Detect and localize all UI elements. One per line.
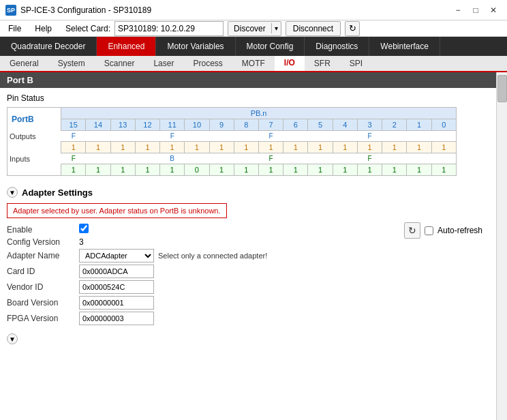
tab-general[interactable]: General — [0, 56, 48, 71]
file-menu[interactable]: File — [3, 22, 27, 35]
tab-spi[interactable]: SPI — [340, 56, 372, 71]
in-flag-9 — [209, 153, 234, 164]
pbn-header: PB.n — [61, 108, 457, 119]
auto-refresh-button[interactable]: ↻ — [404, 222, 420, 239]
out-val-2[interactable]: 1 — [382, 142, 407, 153]
tab-motf[interactable]: MOTF — [232, 56, 275, 71]
pin-14: 14 — [86, 119, 110, 131]
out-flag-10 — [185, 131, 209, 142]
discover-label: Discover — [228, 22, 271, 35]
refresh-button[interactable]: ↻ — [345, 21, 360, 36]
out-val-12[interactable]: 1 — [135, 142, 159, 153]
tab-enhanced[interactable]: Enhanced — [97, 37, 156, 56]
fpga-version-label: FPGA Version — [7, 314, 75, 323]
nav-tabs-row1: Quadrature Decoder Enhanced Motor Variab… — [0, 37, 507, 56]
discover-button[interactable]: Discover ▾ — [228, 21, 281, 36]
tab-io[interactable]: I/O — [275, 56, 305, 71]
out-val-3[interactable]: 1 — [357, 142, 382, 153]
out-flag-0 — [431, 131, 456, 142]
collapse-icon[interactable]: ▼ — [7, 187, 18, 198]
in-flag-3: F — [357, 153, 382, 164]
in-flag-12 — [135, 153, 159, 164]
pin-10: 10 — [185, 119, 209, 131]
out-val-6[interactable]: 1 — [283, 142, 308, 153]
inputs-label: Inputs — [7, 153, 61, 164]
out-val-4[interactable]: 1 — [333, 142, 357, 153]
out-flag-7: F — [259, 131, 283, 142]
enable-checkbox[interactable] — [79, 224, 89, 233]
out-val-7[interactable]: 1 — [259, 142, 283, 153]
out-val-9[interactable]: 1 — [209, 142, 234, 153]
maximize-button[interactable]: □ — [467, 3, 484, 17]
tab-process[interactable]: Process — [183, 56, 232, 71]
out-val-1[interactable]: 1 — [407, 142, 431, 153]
card-id-label: Card ID — [7, 267, 75, 276]
pin-7: 7 — [259, 119, 283, 131]
nav-tabs-row2: General System Scanner Laser Process MOT… — [0, 56, 507, 72]
out-val-10[interactable]: 1 — [185, 142, 209, 153]
pin-3: 3 — [357, 119, 382, 131]
config-version-label: Config Version — [7, 237, 75, 247]
in-val-11: 1 — [160, 164, 185, 176]
tab-diagnostics[interactable]: Diagnostics — [305, 37, 369, 56]
pin-5: 5 — [308, 119, 333, 131]
fpga-version-input[interactable] — [79, 312, 154, 325]
close-button[interactable]: ✕ — [485, 3, 502, 17]
out-val-0[interactable]: 1 — [431, 142, 456, 153]
out-flag-12 — [135, 131, 159, 142]
in-val-6: 1 — [283, 164, 308, 176]
out-val-5[interactable]: 1 — [308, 142, 333, 153]
title-bar: SP SP-ICE-3 Configuration - SP310189 − □… — [0, 0, 507, 20]
out-val-13[interactable]: 1 — [110, 142, 135, 153]
adapter-name-row: ADCAdapter Select only a connected adapt… — [79, 249, 489, 262]
scrollbar[interactable] — [496, 72, 507, 420]
card-id-input[interactable] — [79, 265, 154, 278]
out-val-8[interactable]: 1 — [234, 142, 258, 153]
in-val-12: 1 — [135, 164, 159, 176]
adapter-form: Enable Config Version 3 Adapter Name ADC… — [7, 224, 489, 325]
disconnect-button[interactable]: Disconnect — [286, 21, 341, 36]
auto-refresh-checkbox[interactable] — [425, 226, 433, 235]
bottom-collapse-icon[interactable]: ▼ — [7, 333, 18, 344]
tab-motor-config[interactable]: Motor Config — [236, 37, 305, 56]
out-flag-3: F — [357, 131, 382, 142]
in-val-9: 1 — [209, 164, 234, 176]
adapter-name-select[interactable]: ADCAdapter — [79, 249, 154, 262]
discover-arrow[interactable]: ▾ — [271, 23, 281, 33]
tab-webinterface[interactable]: Webinterface — [369, 37, 440, 56]
in-flag-2 — [382, 153, 407, 164]
board-version-input[interactable] — [79, 296, 154, 310]
config-version-value: 3 — [79, 237, 489, 247]
out-val-14[interactable]: 1 — [86, 142, 110, 153]
tab-sfr[interactable]: SFR — [305, 56, 340, 71]
outputs-label: Outputs — [7, 131, 61, 142]
in-flag-8 — [234, 153, 258, 164]
card-select-input[interactable] — [114, 21, 224, 36]
out-val-15[interactable]: 1 — [61, 142, 86, 153]
pin-1: 1 — [407, 119, 431, 131]
window-title: SP-ICE-3 Configuration - SP310189 — [20, 5, 151, 15]
adapter-note: Select only a connected adapter! — [158, 252, 267, 260]
scrollbar-thumb[interactable] — [497, 75, 507, 102]
out-val-11[interactable]: 1 — [160, 142, 185, 153]
tab-quadrature-decoder[interactable]: Quadrature Decoder — [0, 37, 97, 56]
vendor-id-input[interactable] — [79, 280, 154, 294]
app-icon: SP — [5, 5, 16, 16]
out-flag-11: F — [160, 131, 185, 142]
main-panel: Port B Pin Status PortB PB.n 15 14 13 12… — [0, 72, 496, 420]
in-flag-15: F — [61, 153, 86, 164]
bottom-collapse-indicator[interactable]: ▼ — [0, 331, 496, 347]
tab-laser[interactable]: Laser — [144, 56, 183, 71]
in-val-7: 1 — [259, 164, 283, 176]
pin-6: 6 — [283, 119, 308, 131]
pin-status-title: Pin Status — [7, 93, 489, 103]
outputs-spacer — [7, 142, 61, 153]
out-flag-2 — [382, 131, 407, 142]
tab-scanner[interactable]: Scanner — [95, 56, 144, 71]
minimize-button[interactable]: − — [450, 3, 466, 17]
help-menu[interactable]: Help — [29, 22, 57, 35]
in-flag-14 — [86, 153, 110, 164]
tab-motor-variables[interactable]: Motor Variables — [156, 37, 235, 56]
tab-system[interactable]: System — [48, 56, 95, 71]
adapter-settings-header[interactable]: ▼ Adapter Settings — [7, 187, 489, 198]
